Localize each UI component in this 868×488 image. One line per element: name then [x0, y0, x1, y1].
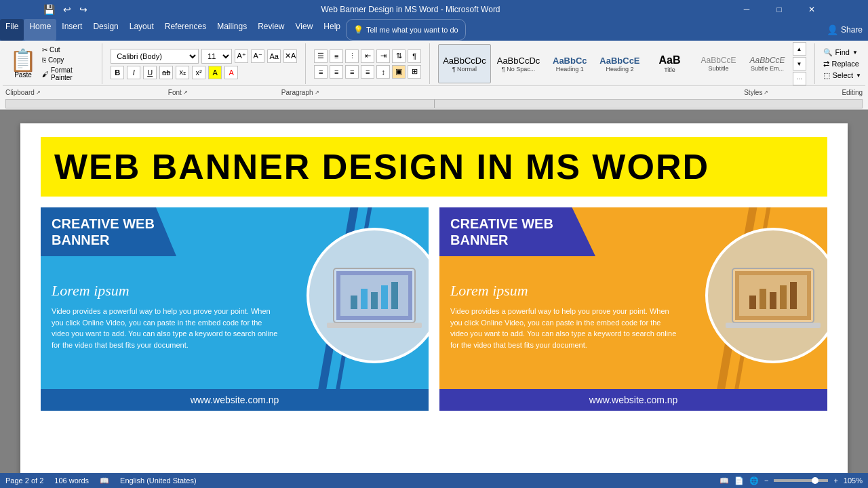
menu-view[interactable]: View — [290, 19, 319, 41]
zoom-out-btn[interactable]: − — [764, 476, 768, 485]
style-heading2[interactable]: AaBbCcE Heading 2 — [595, 44, 644, 83]
format-painter-btn[interactable]: 🖌 Format Painter — [42, 66, 94, 81]
banner-blue-lorem: Lorem ipsum — [52, 282, 130, 300]
banners-container: CREATIVE WEB BANNER — [41, 207, 827, 411]
zoom-slider[interactable] — [774, 479, 828, 482]
clipboard-group: 📋 Paste ✂ Cut ⎘ Copy 🖌 Format Painter — [3, 46, 98, 81]
font-size-select[interactable]: 11 — [201, 49, 232, 64]
share-btn[interactable]: Share — [841, 25, 863, 35]
zoom-level[interactable]: 105% — [844, 476, 863, 485]
align-left-btn[interactable]: ≡ — [314, 65, 328, 79]
styles-more-btn[interactable]: ⋯ — [793, 72, 806, 85]
style-subtitle-label: Subtitle — [709, 65, 729, 72]
divider-3 — [429, 43, 430, 84]
zoom-in-btn[interactable]: + — [833, 476, 837, 485]
maximize-btn[interactable]: □ — [764, 0, 795, 19]
banner-orange-title-line2: BANNER — [450, 232, 585, 248]
font-color-btn[interactable]: A — [224, 66, 238, 79]
grow-font-btn[interactable]: A⁺ — [235, 49, 248, 63]
style-subtitle[interactable]: AaBbCcE Subtitle — [695, 44, 743, 83]
select-icon: ⬚ — [823, 71, 830, 80]
style-normal-label: ¶ Normal — [452, 66, 477, 73]
find-btn[interactable]: 🔍 Find ▼ — [823, 48, 862, 57]
clipboard-label[interactable]: Clipboard ↗ — [3, 89, 43, 96]
menu-review[interactable]: Review — [252, 19, 290, 41]
menu-insert[interactable]: Insert — [56, 19, 87, 41]
redo-quick-btn[interactable]: ↪ — [77, 3, 90, 16]
language[interactable]: English (United States) — [120, 476, 197, 485]
banner-heading-container: WEB BANNER DESIGN IN MS WORD — [41, 137, 827, 197]
cut-btn[interactable]: ✂ Cut — [42, 46, 94, 54]
styles-up-btn[interactable]: ▲ — [793, 42, 806, 56]
menu-layout[interactable]: Layout — [124, 19, 159, 41]
justify-btn[interactable]: ≡ — [361, 65, 374, 79]
shrink-font-btn[interactable]: A⁻ — [251, 49, 264, 63]
laptop-svg-blue — [313, 235, 429, 357]
change-case-btn[interactable]: Aa — [267, 49, 281, 63]
menu-design[interactable]: Design — [87, 19, 123, 41]
proofing-icon[interactable]: 📖 — [100, 476, 109, 485]
style-title[interactable]: AaB Title — [646, 44, 694, 83]
divider-4 — [814, 43, 815, 84]
para-row1: ☰ ≡ ⋮ ⇤ ⇥ ⇅ ¶ — [314, 49, 421, 63]
menu-mailings[interactable]: Mailings — [212, 19, 252, 41]
svg-rect-16 — [790, 282, 797, 309]
align-center-btn[interactable]: ≡ — [330, 65, 343, 79]
document-area[interactable]: WEB BANNER DESIGN IN MS WORD CREATIVE WE… — [0, 110, 868, 488]
print-layout-icon[interactable]: 📄 — [734, 476, 744, 485]
clear-format-btn[interactable]: ✕A — [283, 49, 297, 63]
close-btn[interactable]: ✕ — [796, 0, 827, 19]
sort-btn[interactable]: ⇅ — [392, 49, 406, 63]
style-title-preview: AaB — [659, 54, 681, 66]
select-btn[interactable]: ⬚ Select ▼ — [823, 71, 862, 80]
undo-quick-btn[interactable]: ↩ — [60, 3, 74, 16]
scissors-icon: ✂ — [42, 46, 47, 54]
line-spacing-btn[interactable]: ↕ — [376, 65, 390, 79]
font-label[interactable]: Font ↗ — [165, 89, 191, 96]
tell-me-box[interactable]: 💡 Tell me what you want to do — [346, 19, 466, 41]
align-right-btn[interactable]: ≡ — [345, 65, 359, 79]
style-normal[interactable]: AaBbCcDc ¶ Normal — [438, 44, 491, 83]
paste-btn[interactable]: 📋 Paste — [7, 47, 39, 81]
menu-references[interactable]: References — [159, 19, 212, 41]
styles-down-btn[interactable]: ▼ — [793, 57, 806, 70]
style-h2-label: Heading 2 — [606, 66, 633, 73]
paragraph-label[interactable]: Paragraph ↗ — [279, 89, 322, 96]
multilevel-btn[interactable]: ⋮ — [345, 49, 359, 63]
replace-icon: ⇄ — [823, 60, 829, 68]
format-painter-icon: 🖌 — [42, 70, 49, 78]
underline-btn[interactable]: U — [143, 66, 157, 79]
superscript-btn[interactable]: x² — [192, 66, 205, 79]
menu-help[interactable]: Help — [318, 19, 346, 41]
banner-blue-title-line1: CREATIVE WEB — [52, 216, 165, 232]
replace-btn[interactable]: ⇄ Replace — [823, 60, 862, 68]
bullets-btn[interactable]: ☰ — [314, 49, 328, 63]
font-family-select[interactable]: Calibri (Body) — [111, 49, 199, 64]
style-subtle-em[interactable]: AaBbCcE Subtle Em... — [744, 44, 791, 83]
numbering-btn[interactable]: ≡ — [330, 49, 343, 63]
save-quick-btn[interactable]: 💾 — [41, 3, 58, 16]
shading-btn[interactable]: ▣ — [392, 65, 406, 79]
copy-btn[interactable]: ⎘ Copy — [42, 56, 94, 64]
style-heading1[interactable]: AaBbCc Heading 1 — [546, 44, 593, 83]
italic-btn[interactable]: I — [127, 66, 140, 79]
increase-indent-btn[interactable]: ⇥ — [376, 49, 390, 63]
status-bar: Page 2 of 2 106 words 📖 English (United … — [0, 473, 868, 488]
group-labels-row: Clipboard ↗ Font ↗ Paragraph ↗ Styles ↗ … — [3, 85, 865, 98]
menu-home[interactable]: Home — [24, 19, 56, 41]
font-row2: B I U ab x₂ x² A A — [111, 66, 297, 79]
menu-file[interactable]: File — [0, 19, 24, 41]
borders-btn[interactable]: ⊞ — [408, 65, 421, 79]
text-highlight-btn[interactable]: A — [208, 66, 222, 79]
bold-btn[interactable]: B — [111, 66, 124, 79]
web-view-icon[interactable]: 🌐 — [749, 476, 759, 485]
decrease-indent-btn[interactable]: ⇤ — [361, 49, 374, 63]
styles-label[interactable]: Styles ↗ — [741, 89, 771, 96]
clipboard-expand-icon: ↗ — [36, 89, 41, 96]
strikethrough-btn[interactable]: ab — [159, 66, 173, 79]
style-no-space[interactable]: AaBbCcDc ¶ No Spac... — [492, 44, 545, 83]
read-mode-icon[interactable]: 📖 — [719, 476, 729, 485]
subscript-btn[interactable]: x₂ — [176, 66, 189, 79]
show-marks-btn[interactable]: ¶ — [408, 49, 421, 63]
minimize-btn[interactable]: ─ — [731, 0, 762, 19]
